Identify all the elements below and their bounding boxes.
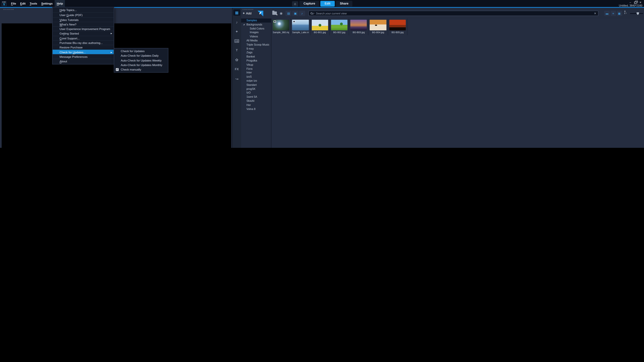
menubar-item-settings[interactable]: Settings (39, 0, 55, 7)
clear-search-icon[interactable]: ✕ (594, 12, 596, 15)
search-box: ▼ ✕ (308, 11, 598, 16)
media-grid: Sample_360.mp4Sample_Lake.m...BG-B01.jpg… (272, 18, 644, 148)
folder-triple-scoop-music[interactable]: Triple Scoop Music (241, 42, 271, 46)
thumbnail-size-slider[interactable] (630, 13, 643, 14)
view-storyboard-icon[interactable]: ▬ (604, 11, 610, 16)
filter-videos-icon[interactable]: ▤ (286, 11, 292, 16)
media-item-bg-b01-jpg[interactable]: BG-B01.jpg (310, 18, 330, 35)
submenu-arrow-icon: ▶ (111, 31, 112, 36)
close-button[interactable]: ✕ (639, 1, 642, 4)
mode-tab-bar: ⌂ CaptureEditShare (292, 1, 352, 6)
path-icon[interactable]: ↝ (233, 76, 240, 82)
media-item-bg-b02-jpg[interactable]: BG-B02.jpg (330, 18, 349, 35)
help-menu-item-user-guide-pdf[interactable]: User Guide (PDF) (52, 12, 114, 17)
media-item-sample-lake-m[interactable]: Sample_Lake.m... (291, 18, 310, 35)
help-menu-item-getting-started[interactable]: Getting Started▶ (52, 31, 114, 36)
folder-svipe-izo[interactable]: svipe izo (241, 79, 271, 83)
folder-zags[interactable]: Zags (241, 51, 271, 55)
folder-fizra[interactable]: Fizra (241, 67, 271, 71)
help-menu-item-about[interactable]: About (52, 59, 114, 63)
media-item-label: BG-B04.jpg (370, 31, 386, 34)
folder-banket[interactable]: Banket (241, 55, 271, 59)
folder-1sent-5a[interactable]: 1sent 5A (241, 95, 271, 99)
panel-grip[interactable] (243, 9, 254, 10)
panel-grip[interactable] (3, 9, 14, 10)
help-menu-item-check-for-updates[interactable]: Check for Updates...▶ (52, 50, 114, 54)
tab-edit[interactable]: Edit (320, 1, 334, 6)
folder-backgrounds[interactable]: ◢Backgrounds (241, 22, 271, 26)
folder-9-may[interactable]: 9 may (241, 46, 271, 51)
media-icon[interactable]: ▦ (233, 9, 240, 15)
help-menu-item-video-tutorials[interactable]: Video Tutorials (52, 17, 114, 22)
restore-button[interactable] (634, 1, 636, 3)
folder-skazki[interactable]: Skazki (241, 99, 271, 103)
menubar-item-help[interactable]: Help (55, 0, 65, 7)
thumbnail-image (370, 20, 386, 30)
folder-images[interactable]: Images (241, 30, 271, 34)
minimize-button[interactable]: – (630, 1, 631, 4)
menubar-item-file[interactable]: File (9, 0, 18, 7)
tab-share[interactable]: Share (336, 1, 352, 6)
help-menu-item-help-topics[interactable]: Help Topics... (52, 8, 114, 12)
thumbnail-image (312, 20, 328, 30)
aperture-icon[interactable]: ◉ (280, 11, 282, 16)
folder-volna-8[interactable]: Volna 8 (241, 107, 271, 111)
folder-izo[interactable]: IzO (241, 91, 271, 95)
help-menu-item-user-experience-improvement-program[interactable]: User Experience Improvement Program (52, 26, 114, 31)
pin-panel-icon[interactable] (258, 11, 263, 16)
update-submenu-item-auto-check-for-updates-monthly[interactable]: Auto-Check for Updates Monthly (114, 63, 168, 67)
sort-az-button[interactable]: AZ↓ (624, 11, 627, 14)
help-menu-item-purchase-blu-ray-disc-authoring[interactable]: Purchase Blu-ray disc authoring... (52, 40, 114, 45)
folder-progulka[interactable]: Progulka (241, 59, 271, 63)
search-input[interactable] (316, 12, 593, 15)
tab-capture[interactable]: Capture (299, 1, 319, 6)
folder-solid-colors[interactable]: Solid Colors (241, 26, 271, 30)
instant-project-icon[interactable]: ✦ (233, 28, 240, 34)
folder-inter[interactable]: Inter (241, 71, 271, 75)
folder-videos[interactable]: Videos (241, 34, 271, 38)
help-dropdown-menu: Help Topics...User Guide (PDF)Video Tuto… (52, 7, 114, 64)
folder-all-media[interactable]: All Media (241, 38, 271, 42)
help-menu-item-corel-support[interactable]: Corel Support... (52, 36, 114, 40)
media-item-bg-b03-jpg[interactable]: BG-B03.jpg (349, 18, 368, 35)
help-menu-item-what-s-new[interactable]: What's New? (52, 22, 114, 26)
expand-arrow-icon[interactable]: ◢ (243, 22, 244, 26)
filter-photos-icon[interactable]: ▣ (292, 11, 299, 16)
view-thumbnails-icon[interactable]: ▦ (616, 11, 622, 16)
fx-icon[interactable]: FX (233, 66, 240, 72)
media-item-bg-b04-jpg[interactable]: BG-B04.jpg (368, 18, 388, 35)
import-media-icon[interactable] (272, 11, 277, 15)
update-submenu-item-auto-check-for-updates-weekly[interactable]: Auto-Check for Updates Weekly (114, 58, 168, 63)
overlay-icon[interactable]: ✿ (233, 57, 240, 63)
view-list-icon[interactable]: ≡ (610, 11, 616, 16)
media-item-sample-360-mp4[interactable]: Sample_360.mp4 (272, 18, 291, 35)
help-menu-item-message-preferences[interactable]: Message Preferences (52, 54, 114, 59)
folder-vikup[interactable]: Vikup (241, 63, 271, 67)
audio-icon[interactable]: ♪ (233, 19, 240, 25)
video-preview-area[interactable] (2, 23, 231, 148)
menubar-item-tools[interactable]: Tools (28, 0, 39, 7)
media-item-label: BG-B02.jpg (331, 31, 348, 34)
transition-icon[interactable]: AB (233, 38, 240, 44)
folder-izos[interactable]: izoS (241, 75, 271, 79)
filter-audio-icon[interactable]: ♪ (299, 11, 305, 16)
search-options-icon[interactable]: ▼ (313, 12, 314, 14)
thumbnail-image (350, 20, 367, 30)
title-icon[interactable]: T (233, 47, 240, 53)
menubar-item-edit[interactable]: Edit (18, 0, 28, 7)
library-panel: ▦♪✦ABT✿FX↝ + Add ◉ ▤▣♪ ▼ ✕ ▬≡▦ AZ↓ Sampl… (232, 8, 644, 148)
media-item-bg-b05-jpg[interactable]: BG-B05.jpg (388, 18, 408, 35)
folder-progsk[interactable]: progSK (241, 87, 271, 91)
help-menu-item-restore-purchase[interactable]: Restore Purchase (52, 45, 114, 50)
home-icon[interactable]: ⌂ (292, 1, 298, 6)
media-item-label: Sample_Lake.m... (292, 31, 309, 34)
folder-samples[interactable]: Samples (241, 18, 271, 22)
update-submenu-item-auto-check-for-updates-daily[interactable]: Auto-Check for Updates Daily (114, 53, 168, 58)
check-for-updates-submenu: Check for UpdatesAuto-Check for Updates … (114, 48, 168, 73)
update-submenu-item-check-for-updates[interactable]: Check for Updates (114, 49, 168, 53)
folder-hor[interactable]: Hor (241, 103, 271, 107)
add-folder-button[interactable]: + Add (243, 11, 252, 15)
folder-standart[interactable]: Standart (241, 83, 271, 87)
update-submenu-item-check-manually[interactable]: ✓Check manually (114, 67, 168, 72)
plus-icon: + (243, 11, 245, 15)
